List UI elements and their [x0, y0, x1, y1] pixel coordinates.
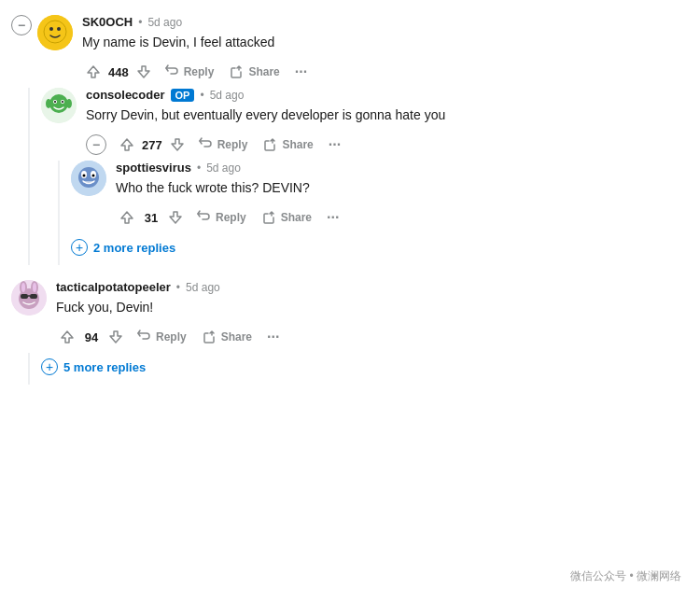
comment-body-skooch: SK0OCH • 5d ago My name is Devin, I feel… [82, 15, 689, 84]
svg-point-23 [21, 283, 25, 292]
svg-point-17 [92, 175, 95, 177]
action-bar-skooch: 448 Reply [82, 60, 689, 84]
thread-line-skooch[interactable] [28, 88, 30, 265]
svg-point-13 [78, 167, 99, 188]
comment-header-consolecoder: consolecoder OP • 5d ago [86, 88, 689, 102]
svg-point-10 [46, 99, 51, 108]
share-btn-tactical[interactable]: Share [196, 326, 258, 348]
comment-tactical: tacticalpotatopeeler • 5d ago Fuck you, … [11, 280, 689, 349]
thread-line-consolecoder[interactable] [58, 161, 60, 265]
vote-section-skooch: 448 [82, 61, 155, 83]
svg-point-1 [44, 21, 66, 43]
comment-body-spottiesvirus: spottiesvirus • 5d ago Who the fuck wrot… [116, 161, 689, 230]
avatar-consolecoder [41, 88, 77, 123]
svg-rect-26 [30, 294, 37, 299]
vote-section-spottiesvirus: 31 [116, 206, 187, 229]
svg-point-11 [66, 99, 72, 108]
vote-section-consolecoder: 277 [116, 133, 189, 156]
comment-header-tactical: tacticalpotatopeeler • 5d ago [56, 280, 689, 294]
comment-consolecoder: consolecoder OP • 5d ago Sorry Devin, bu… [41, 88, 689, 157]
nested-content-spottiesvirus: spottiesvirus • 5d ago Who the fuck wrot… [71, 161, 689, 265]
comment-text-tactical: Fuck you, Devin! [56, 298, 689, 317]
downvote-tactical[interactable] [105, 326, 127, 348]
svg-point-16 [83, 175, 86, 177]
thread-tactical-more-wrapper: + 5 more replies [11, 353, 689, 385]
vote-section-tactical: 94 [56, 326, 127, 348]
action-bar-tactical: 94 Reply [56, 325, 689, 349]
vote-count-consolecoder: 277 [142, 138, 162, 152]
more-btn-spottiesvirus[interactable]: ··· [321, 205, 344, 230]
username-tactical: tacticalpotatopeeler [56, 280, 171, 294]
avatar-skooch [37, 15, 73, 50]
svg-point-24 [33, 283, 36, 292]
reply-btn-tactical[interactable]: Reply [131, 326, 192, 348]
timestamp-consolecoder: 5d ago [210, 89, 245, 102]
upvote-skooch[interactable] [82, 61, 105, 83]
sep-spottiesvirus: • [197, 161, 201, 175]
comment-header-skooch: SK0OCH • 5d ago [82, 15, 689, 29]
more-replies-label-tactical: 5 more replies [63, 360, 146, 374]
more-replies-circle: + [71, 239, 88, 256]
svg-point-3 [57, 27, 61, 31]
more-replies-consolecoder[interactable]: + 2 more replies [71, 233, 689, 265]
watermark: 微信公众号 • 微澜网络 [570, 568, 681, 584]
sep-tactical: • [176, 281, 180, 294]
timestamp-skooch-time: 5d ago [147, 16, 182, 29]
username-skooch: SK0OCH [82, 15, 133, 29]
svg-point-9 [62, 101, 63, 103]
svg-rect-25 [21, 294, 28, 299]
nested-content-tactical-more: + 5 more replies [41, 353, 689, 385]
reply-btn-spottiesvirus[interactable]: Reply [190, 206, 252, 229]
share-btn-skooch[interactable]: Share [223, 61, 285, 83]
reply-btn-consolecoder[interactable]: Reply [192, 133, 254, 156]
vote-count-tactical: 94 [82, 330, 101, 344]
timestamp-spottiesvirus: 5d ago [206, 161, 241, 175]
vote-count-skooch: 448 [108, 65, 129, 79]
downvote-consolecoder[interactable] [166, 133, 189, 156]
collapse-btn-consolecoder[interactable]: − [86, 134, 106, 155]
timestamp-tactical: 5d ago [186, 281, 220, 294]
more-replies-tactical[interactable]: + 5 more replies [41, 353, 689, 385]
svg-point-8 [54, 101, 56, 103]
nested-content-consolecoder: consolecoder OP • 5d ago Sorry Devin, bu… [41, 88, 689, 265]
comment-text-skooch: My name is Devin, I feel attacked [82, 33, 689, 52]
share-btn-consolecoder[interactable]: Share [257, 133, 318, 156]
comment-spottiesvirus: spottiesvirus • 5d ago Who the fuck wrot… [71, 161, 689, 230]
comment-body-tactical: tacticalpotatopeeler • 5d ago Fuck you, … [56, 280, 689, 349]
more-btn-consolecoder[interactable]: ··· [323, 133, 346, 157]
svg-rect-18 [83, 181, 94, 183]
share-btn-spottiesvirus[interactable]: Share [256, 206, 317, 229]
downvote-spottiesvirus[interactable] [164, 206, 187, 229]
comment-header-spottiesvirus: spottiesvirus • 5d ago [116, 161, 689, 175]
username-spottiesvirus: spottiesvirus [116, 161, 191, 175]
comment-text-spottiesvirus: Who the fuck wrote this? DEVIN? [116, 178, 689, 198]
op-badge-consolecoder: OP [171, 89, 195, 102]
action-bar-spottiesvirus: 31 [116, 205, 689, 230]
thread-consolecoder-wrapper: consolecoder OP • 5d ago Sorry Devin, bu… [11, 88, 689, 265]
timestamp-skooch: • [138, 16, 142, 29]
svg-point-2 [49, 27, 53, 31]
avatar-tactical [11, 280, 47, 316]
upvote-consolecoder[interactable] [116, 133, 138, 156]
collapse-btn-skooch[interactable]: − [11, 15, 32, 35]
thread-line-tactical[interactable] [28, 353, 30, 385]
vote-count-spottiesvirus: 31 [142, 211, 161, 225]
username-consolecoder: consolecoder [86, 88, 165, 102]
svg-point-5 [49, 94, 68, 113]
sep-consolecoder: • [200, 89, 203, 102]
thread-spottiesvirus-wrapper: spottiesvirus • 5d ago Who the fuck wrot… [41, 161, 689, 265]
reply-btn-skooch[interactable]: Reply [159, 61, 220, 83]
avatar-spottiesvirus [71, 161, 106, 196]
comment-skooch: − SK0OCH • 5d ago My name is Devin, I f [11, 15, 689, 84]
downvote-skooch[interactable] [133, 61, 155, 83]
more-replies-label: 2 more replies [93, 241, 175, 255]
upvote-spottiesvirus[interactable] [116, 206, 138, 229]
comment-text-consolecoder: Sorry Devin, but eventually every develo… [86, 105, 689, 125]
more-btn-tactical[interactable]: ··· [261, 325, 285, 349]
more-replies-circle-tactical: + [41, 358, 58, 375]
more-btn-skooch[interactable]: ··· [289, 60, 313, 84]
comment-body-consolecoder: consolecoder OP • 5d ago Sorry Devin, bu… [86, 88, 689, 157]
action-bar-consolecoder: − 277 [86, 133, 689, 157]
upvote-tactical[interactable] [56, 326, 78, 348]
